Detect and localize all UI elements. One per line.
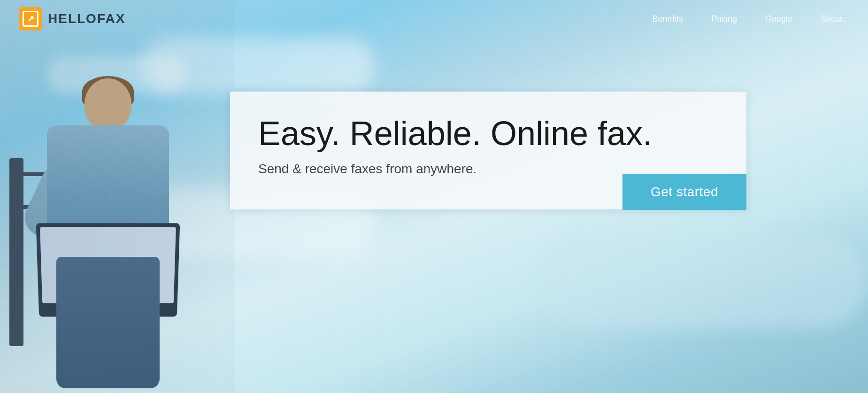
photo-overlay — [0, 0, 235, 393]
cloud-decoration-4 — [539, 235, 868, 329]
hero-headline: Easy. Reliable. Online fax. — [258, 115, 718, 152]
nav-links: Benefits Pricing Google Secur... — [653, 14, 849, 24]
hero-section: HELLOFAX Benefits Pricing Google Secur..… — [0, 0, 868, 393]
logo-icon — [19, 7, 42, 31]
logo-area: HELLOFAX — [19, 7, 125, 31]
hero-content-card: Easy. Reliable. Online fax. Send & recei… — [230, 92, 746, 209]
navbar: HELLOFAX Benefits Pricing Google Secur..… — [0, 0, 868, 38]
nav-link-security[interactable]: Secur... — [821, 14, 849, 24]
nav-link-google[interactable]: Google — [765, 14, 792, 24]
get-started-button[interactable]: Get started — [622, 174, 746, 210]
brand-name: HELLOFAX — [48, 11, 125, 26]
nav-link-pricing[interactable]: Pricing — [711, 14, 737, 24]
nav-link-benefits[interactable]: Benefits — [653, 14, 683, 24]
